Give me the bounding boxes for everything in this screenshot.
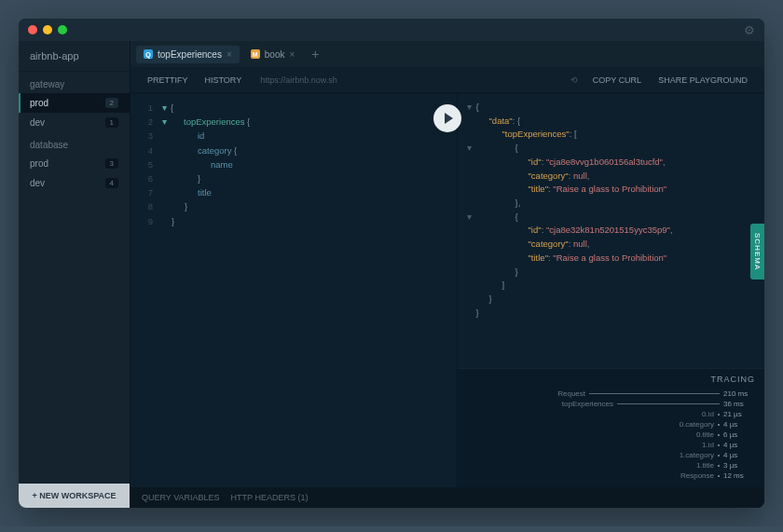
tracing-row: 0.id21 µs (467, 410, 756, 418)
app-title: airbnb-app (19, 41, 130, 72)
sidebar-item-gateway-dev[interactable]: dev1 (19, 113, 130, 132)
tab-book[interactable]: Mbook× (243, 46, 303, 63)
response-viewer[interactable]: ▾{"data": {"topExperiences": [▾{"id": "c… (458, 93, 765, 368)
copy-curl-button[interactable]: COPY CURL (585, 72, 649, 89)
sidebar-item-database-dev[interactable]: dev4 (19, 173, 130, 193)
sidebar-section-database: database (19, 132, 130, 154)
add-tab-button[interactable]: + (306, 47, 324, 61)
sidebar-section-gateway: gateway (19, 72, 130, 93)
window-controls (28, 25, 67, 34)
main-area: QtopExperiences×Mbook× + PRETTIFY HISTOR… (130, 41, 764, 508)
app-window: ⚙ airbnb-app gatewayprod2dev1databasepro… (19, 19, 764, 508)
titlebar: ⚙ (19, 19, 764, 41)
tracing-row: 1.id4 µs (467, 441, 756, 449)
tab-topExperiences[interactable]: QtopExperiences× (136, 46, 240, 63)
tracing-panel: TRACING Request210 mstopExperiences36 ms… (458, 368, 765, 487)
maximize-icon[interactable] (58, 25, 67, 34)
sidebar-item-database-prod[interactable]: prod3 (19, 154, 130, 173)
close-icon[interactable]: × (227, 49, 232, 60)
toolbar: PRETTIFY HISTORY https://airbnb.now.sh ⟲… (130, 67, 764, 93)
tracing-row: topExperiences36 ms (467, 400, 756, 408)
minimize-icon[interactable] (43, 25, 52, 34)
tracing-row: Request210 ms (467, 389, 756, 398)
tracing-row: 1.category4 µs (467, 451, 756, 459)
query-variables-tab[interactable]: QUERY VARIABLES (142, 493, 220, 502)
execute-button[interactable] (433, 104, 461, 132)
schema-tab[interactable]: SCHEMA (750, 224, 764, 280)
tracing-row: 0.title6 µs (467, 430, 756, 439)
prettify-button[interactable]: PRETTIFY (140, 72, 196, 89)
query-editor[interactable]: 1▾{2▾topExperiences {3id4category {5name… (130, 93, 458, 487)
endpoint-input[interactable]: https://airbnb.now.sh (251, 75, 563, 85)
app-body: airbnb-app gatewayprod2dev1databaseprod3… (19, 41, 764, 508)
reload-icon[interactable]: ⟲ (565, 75, 584, 85)
editor-area: 1▾{2▾topExperiences {3id4category {5name… (130, 93, 764, 487)
tab-bar: QtopExperiences×Mbook× + (130, 41, 764, 67)
history-button[interactable]: HISTORY (198, 72, 250, 89)
tracing-row: Response12 ms (467, 471, 756, 480)
response-pane: ▾{"data": {"topExperiences": [▾{"id": "c… (458, 93, 765, 487)
close-icon[interactable]: × (289, 49, 295, 60)
sidebar: airbnb-app gatewayprod2dev1databaseprod3… (19, 41, 130, 508)
tracing-row: 1.title3 µs (467, 461, 756, 470)
editor-footer: QUERY VARIABLES HTTP HEADERS (1) (130, 487, 764, 508)
sidebar-item-gateway-prod[interactable]: prod2 (19, 93, 130, 113)
settings-icon[interactable]: ⚙ (744, 23, 755, 37)
share-playground-button[interactable]: SHARE PLAYGROUND (651, 72, 755, 89)
http-headers-tab[interactable]: HTTP HEADERS (1) (231, 493, 309, 502)
close-icon[interactable] (28, 25, 37, 34)
tracing-row: 0.category4 µs (467, 420, 756, 429)
new-workspace-button[interactable]: + NEW WORKSPACE (19, 484, 130, 508)
tracing-title: TRACING (467, 375, 756, 384)
